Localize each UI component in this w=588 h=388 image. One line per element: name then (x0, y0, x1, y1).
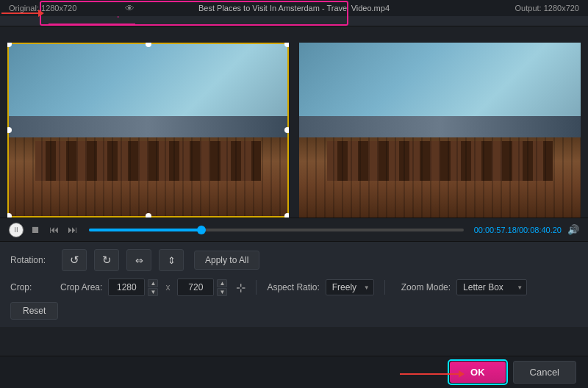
aspect-ratio-label: Aspect Ratio: (267, 282, 319, 292)
cancel-button[interactable]: Cancel (513, 361, 576, 384)
rotate-left-icon: ↺ (70, 254, 79, 267)
flip-h-icon: ⇔ (135, 255, 143, 266)
divider-1 (256, 280, 257, 295)
crop-height-down[interactable]: ▼ (217, 288, 227, 296)
video-info-bar: Original: 1280x720 👁 Best Places to Visi… (0, 0, 588, 16)
video-preview-right (299, 43, 581, 218)
prev-frame-button[interactable]: ⏮ (48, 223, 60, 237)
playback-bar: ⏸ ⏹ ⏮ ⏭ 00:00:57.18/00:08:40.20 🔊 (0, 218, 588, 241)
rotation-label: Rotation: (10, 255, 54, 265)
flip-v-icon: ⇕ (168, 255, 176, 266)
preview-eye-icon[interactable]: 👁 (125, 3, 135, 14)
crop-height-up[interactable]: ▲ (217, 279, 227, 287)
crop-label: Crop: (10, 282, 54, 292)
crop-height-spinners: ▲ ▼ (217, 279, 227, 296)
timeline-thumb[interactable] (197, 226, 206, 234)
crop-width-down[interactable]: ▼ (148, 288, 158, 296)
flip-horizontal-button[interactable]: ⇔ (126, 249, 151, 271)
move-crop-icon[interactable]: ⊹ (236, 281, 245, 295)
zoom-mode-label: Zoom Mode: (401, 282, 451, 292)
videos-container (0, 26, 588, 218)
zoom-mode-dropdown-wrapper: Letter Box Pan & Scan Full (456, 279, 527, 295)
reset-row: Reset (10, 302, 578, 320)
pause-icon: ⏸ (12, 226, 20, 234)
output-resolution: Output: 1280x720 (515, 4, 579, 12)
video-filename: Best Places to Visit In Amsterdam - Trav… (198, 4, 390, 12)
aspect-ratio-dropdown[interactable]: Freely 16:9 4:3 1:1 (326, 279, 374, 295)
crop-area-label: Crop Area: (60, 282, 102, 292)
time-display: 00:00:57.18/00:08:40.20 (474, 226, 562, 234)
crop-width-input[interactable] (108, 279, 145, 296)
crop-width-up[interactable]: ▲ (148, 279, 158, 287)
video-preview-left (7, 43, 289, 218)
crop-height-group: ▲ ▼ (177, 279, 227, 296)
rotate-left-button[interactable]: ↺ (62, 249, 87, 271)
apply-to-all-button[interactable]: Apply to All (194, 251, 259, 270)
rotate-right-icon: ↻ (102, 254, 112, 267)
flip-vertical-button[interactable]: ⇕ (159, 249, 184, 271)
stop-button[interactable]: ⏹ (29, 223, 42, 237)
volume-icon[interactable]: 🔊 (567, 224, 579, 235)
crop-height-input[interactable] (177, 279, 214, 296)
action-bar: OK Cancel (0, 356, 588, 388)
reset-button[interactable]: Reset (10, 302, 58, 320)
crop-row: Crop: Crop Area: ▲ ▼ x ▲ ▼ ⊹ Aspect Rati… (10, 279, 578, 296)
aspect-ratio-dropdown-wrapper: Freely 16:9 4:3 1:1 (326, 279, 374, 295)
zoom-mode-dropdown[interactable]: Letter Box Pan & Scan Full (456, 279, 527, 295)
rotation-row: Rotation: ↺ ↻ ⇔ ⇕ Apply to All (10, 249, 578, 271)
divider-2 (384, 280, 385, 295)
dimension-separator: x (165, 282, 170, 292)
controls-panel: Rotation: ↺ ↻ ⇔ ⇕ Apply to All Crop: Cro… (0, 241, 588, 327)
video-panel-right (299, 43, 581, 218)
timeline-track[interactable] (89, 229, 464, 231)
rotate-right-button[interactable]: ↻ (94, 249, 119, 271)
video-panel-left (7, 43, 289, 218)
crop-width-spinners: ▲ ▼ (148, 279, 158, 296)
timeline-progress (89, 229, 201, 231)
play-pause-button[interactable]: ⏸ (9, 223, 24, 237)
next-frame-button[interactable]: ⏭ (66, 223, 79, 237)
crop-width-group: ▲ ▼ (108, 279, 158, 296)
